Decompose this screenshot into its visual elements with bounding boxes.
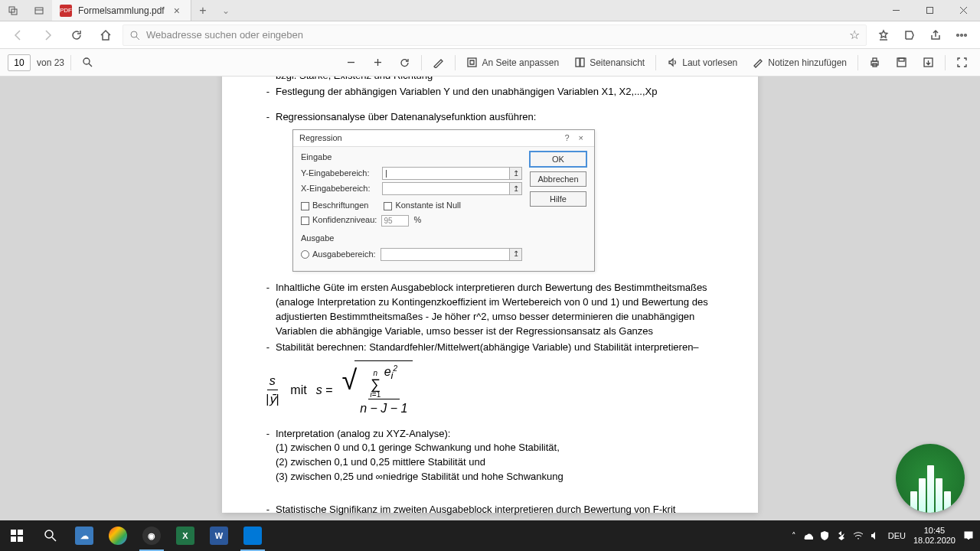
wifi-icon[interactable] bbox=[853, 530, 864, 541]
minimize-button[interactable] bbox=[879, 0, 913, 21]
taskbar-app-weather[interactable]: ☁ bbox=[67, 520, 101, 551]
output-range-input: ↥ bbox=[381, 248, 522, 261]
pdf-text: (3) zwischen 0,25 und ∞niedrige Stabilit… bbox=[276, 470, 720, 484]
pdf-text: Stabilität berechnen: Standardfehler/Mit… bbox=[276, 341, 720, 355]
save-button[interactable] bbox=[891, 54, 912, 71]
pdf-text: Interpretation (analog zu XYZ-Analyse): bbox=[276, 427, 720, 442]
favorites-list-icon[interactable] bbox=[871, 23, 896, 47]
volume-icon[interactable] bbox=[870, 530, 880, 541]
settings-menu-icon[interactable] bbox=[949, 23, 974, 47]
svg-rect-21 bbox=[580, 58, 584, 67]
svg-rect-28 bbox=[11, 530, 16, 535]
bluetooth-icon[interactable] bbox=[836, 530, 847, 541]
tab-chevron-icon[interactable]: ⌄ bbox=[214, 5, 237, 16]
page-number-input[interactable] bbox=[8, 54, 31, 71]
print-button[interactable] bbox=[864, 54, 885, 71]
zoom-out-button[interactable] bbox=[341, 54, 361, 71]
tray-chevron-icon[interactable]: ˄ bbox=[792, 531, 796, 541]
search-icon bbox=[129, 30, 140, 41]
svg-point-13 bbox=[965, 34, 967, 36]
pdf-toolbar: von 23 An Seite anpassen Seitenansicht L… bbox=[0, 49, 980, 77]
taskbar-app-word[interactable]: W bbox=[202, 520, 236, 551]
save-as-button[interactable] bbox=[918, 54, 939, 71]
address-placeholder: Webadresse suchen oder eingeben bbox=[146, 29, 843, 41]
share-icon[interactable] bbox=[923, 23, 948, 47]
svg-rect-31 bbox=[18, 536, 23, 542]
browser-tab[interactable]: PDF Formelsammlung.pdf × bbox=[52, 0, 191, 21]
channel-watermark bbox=[896, 444, 965, 513]
favorite-star-icon[interactable]: ☆ bbox=[849, 28, 860, 42]
taskbar-app-excel[interactable]: X bbox=[168, 520, 202, 551]
svg-rect-2 bbox=[35, 8, 43, 14]
system-tray[interactable]: ˄ DEU 10:45 18.02.2020 bbox=[792, 526, 980, 546]
tab-actions-icon[interactable] bbox=[0, 0, 26, 21]
svg-point-8 bbox=[131, 31, 137, 37]
refresh-button[interactable] bbox=[64, 23, 89, 47]
pdf-text: Inhaltliche Güte im ersten Ausgabeblock … bbox=[276, 281, 720, 338]
regression-dialog-image: Regression ? × Eingabe Y-Eingabebereich:… bbox=[292, 129, 595, 272]
svg-rect-26 bbox=[899, 58, 904, 61]
taskbar-app-edge[interactable] bbox=[236, 520, 270, 551]
svg-line-33 bbox=[52, 537, 56, 541]
taskbar-app-obs[interactable]: ◉ bbox=[135, 520, 168, 551]
windows-taskbar: ☁ ◉ X W ˄ DEU 10:45 18.02.2020 bbox=[0, 520, 980, 551]
tray-language[interactable]: DEU bbox=[888, 531, 906, 540]
svg-line-15 bbox=[89, 64, 92, 67]
onedrive-icon[interactable] bbox=[802, 530, 813, 541]
notes-icon[interactable] bbox=[897, 23, 922, 47]
forward-button[interactable] bbox=[35, 23, 60, 47]
read-aloud-button[interactable]: Laut vorlesen bbox=[662, 54, 742, 71]
svg-line-9 bbox=[136, 37, 139, 40]
svg-point-12 bbox=[961, 34, 963, 36]
draw-button[interactable] bbox=[428, 54, 449, 71]
start-button[interactable] bbox=[0, 520, 34, 551]
search-in-pdf-icon[interactable] bbox=[77, 54, 98, 71]
page-count-label: von 23 bbox=[37, 57, 64, 68]
svg-rect-23 bbox=[873, 58, 877, 61]
address-input[interactable]: Webadresse suchen oder eingeben ☆ bbox=[122, 24, 867, 46]
zoom-in-button[interactable] bbox=[368, 54, 388, 71]
pdf-text: (1) zwischen 0 und 0,1 geringe Schwankun… bbox=[276, 441, 720, 455]
fit-to-page-button[interactable]: An Seite anpassen bbox=[462, 54, 564, 71]
pdf-text: Regressionsanalyse über Datenanalysefunk… bbox=[276, 110, 720, 125]
x-range-input: ↥ bbox=[382, 182, 522, 195]
back-button[interactable] bbox=[6, 23, 31, 47]
svg-point-11 bbox=[957, 34, 959, 36]
help-button-image: Hilfe bbox=[530, 191, 586, 207]
pdf-text: (2) zwischen 0,1 und 0,25 mittlere Stabi… bbox=[276, 455, 720, 470]
ok-button-image: OK bbox=[530, 152, 586, 167]
help-icon: ? bbox=[560, 132, 573, 145]
svg-rect-19 bbox=[468, 58, 476, 67]
close-tab-icon[interactable]: × bbox=[171, 5, 183, 17]
page-view-button[interactable]: Seitenansicht bbox=[570, 54, 649, 71]
home-button[interactable] bbox=[93, 23, 118, 47]
y-range-input: |↥ bbox=[382, 167, 522, 180]
notifications-icon[interactable] bbox=[963, 530, 974, 541]
pdf-text: Statistische Signifikanz im zweiten Ausg… bbox=[276, 503, 720, 520]
taskbar-app-chrome[interactable] bbox=[101, 520, 135, 551]
new-tab-button[interactable]: + bbox=[191, 4, 214, 18]
close-window-button[interactable] bbox=[946, 0, 980, 21]
maximize-button[interactable] bbox=[913, 0, 946, 21]
pdf-page: bzgl. Stärke, Existenz und Richtung -Fes… bbox=[222, 77, 758, 513]
formula: s|ȳ| mit s = n∑i=1 ei2 n − J − 1 bbox=[263, 360, 720, 419]
tab-preview-icon[interactable] bbox=[26, 0, 52, 21]
cancel-button-image: Abbrechen bbox=[530, 171, 586, 187]
close-icon: × bbox=[574, 132, 588, 145]
pdf-viewport[interactable]: bzgl. Stärke, Existenz und Richtung -Fes… bbox=[0, 77, 980, 520]
window-titlebar: PDF Formelsammlung.pdf × + ⌄ bbox=[0, 0, 980, 21]
pdf-text: bzgl. Stärke, Existenz und Richtung bbox=[276, 77, 720, 83]
defender-icon[interactable] bbox=[819, 530, 830, 541]
address-bar: Webadresse suchen oder eingeben ☆ bbox=[0, 21, 980, 49]
svg-rect-5 bbox=[926, 8, 933, 14]
svg-rect-29 bbox=[18, 530, 23, 535]
tab-title: Formelsammlung.pdf bbox=[78, 5, 165, 16]
tray-clock[interactable]: 10:45 18.02.2020 bbox=[913, 526, 956, 546]
svg-point-14 bbox=[83, 58, 90, 64]
add-notes-button[interactable]: Notizen hinzufügen bbox=[748, 54, 851, 71]
svg-point-32 bbox=[45, 530, 53, 538]
search-button[interactable] bbox=[34, 520, 67, 551]
rotate-button[interactable] bbox=[394, 54, 415, 71]
svg-rect-20 bbox=[576, 58, 580, 67]
fullscreen-icon[interactable] bbox=[952, 54, 972, 71]
